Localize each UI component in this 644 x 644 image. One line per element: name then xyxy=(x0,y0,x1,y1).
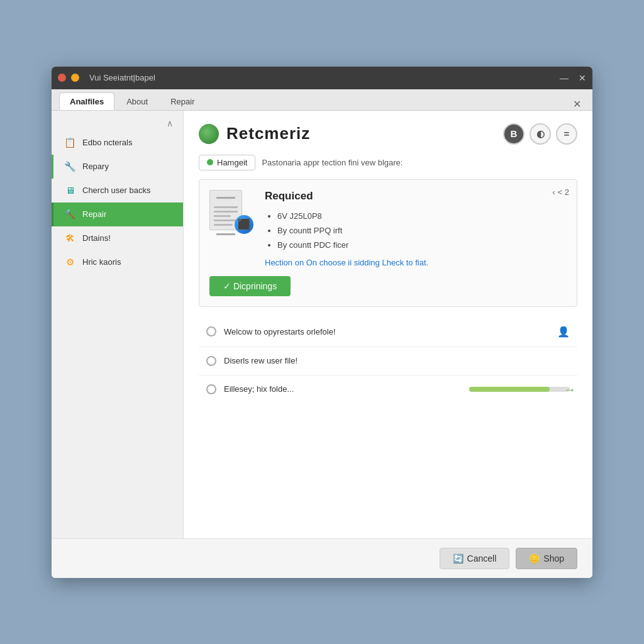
sidebar-item-cherch[interactable]: 🖥 Cherch user backs xyxy=(52,179,183,203)
sidebar-item-drtains[interactable]: 🛠 Drtains! xyxy=(52,226,183,250)
status-description: Pastonaria appr tection fini vew blgare: xyxy=(262,158,402,167)
tab-close-button[interactable]: ✕ xyxy=(569,98,585,110)
radio-item-1[interactable]: Diserls rew user file! xyxy=(199,347,577,375)
main-card: ‹ < 2 ⬛ xyxy=(199,179,577,307)
radio-circle-0[interactable] xyxy=(206,326,216,336)
list-item-1: By countt PPQ irft xyxy=(277,223,567,238)
cancel-label: Cancell xyxy=(467,553,497,564)
main-window: Vui Seeiatnt|bapel — ✕ Analfiles About R… xyxy=(52,67,592,578)
list-item-0: 6V J25L0P8 xyxy=(277,209,567,223)
sidebar-item-repair[interactable]: 🔨 Repair xyxy=(52,203,183,226)
panel-header: Retcmeriz B ◐ = xyxy=(199,123,577,145)
card-list: 6V J25L0P8 By countt PPQ irft By countt … xyxy=(265,209,567,253)
hric-icon: ⚙ xyxy=(64,256,76,269)
header-icon-menu[interactable]: = xyxy=(556,123,577,145)
sidebar-item-label-drtains: Drtains! xyxy=(82,233,111,243)
main-content: ∧ 📋 Edbo ncterals 🔧 Repary 🖥 Cherch user… xyxy=(52,111,592,538)
header-icon-b[interactable]: B xyxy=(503,123,525,145)
card-title: Requiced xyxy=(265,190,567,203)
shop-icon: 🪙 xyxy=(529,553,540,564)
status-bar: Hamgeit Pastonaria appr tection fini vew… xyxy=(199,155,577,170)
window-title: Vui Seeiatnt|bapel xyxy=(89,73,155,82)
status-badge-label: Hamgeit xyxy=(217,158,247,167)
card-share[interactable]: ‹ < 2 xyxy=(552,187,569,197)
titlebar: Vui Seeiatnt|bapel — ✕ xyxy=(52,67,592,89)
sidebar-item-label-cherch: Cherch user backs xyxy=(82,186,150,195)
minimize-button[interactable] xyxy=(71,74,79,82)
card-body: Requiced 6V J25L0P8 By countt PPQ irft B… xyxy=(265,190,567,267)
sidebar: ∧ 📋 Edbo ncterals 🔧 Repary 🖥 Cherch user… xyxy=(52,111,184,538)
card-inner: ⬛ Requiced 6V J25L0P8 By countt PPQ irft… xyxy=(209,190,567,267)
tab-about[interactable]: About xyxy=(116,92,158,110)
share-count: < 2 xyxy=(558,187,569,197)
edbo-icon: 📋 xyxy=(64,136,76,149)
card-link[interactable]: Hection on On choose ii sidding Lheck to… xyxy=(265,258,567,267)
cancel-button[interactable]: 🔄 Cancell xyxy=(440,548,510,569)
repary-icon: 🔧 xyxy=(64,160,76,173)
bottom-bar: 🔄 Cancell 🪙 Shop xyxy=(52,538,592,578)
sidebar-item-repary[interactable]: 🔧 Repary xyxy=(52,155,183,179)
status-badge[interactable]: Hamgeit xyxy=(199,155,255,170)
tab-repair[interactable]: Repair xyxy=(160,92,205,110)
progress-bar-container: → xyxy=(469,387,570,392)
panel-header-icons: B ◐ = xyxy=(503,123,577,145)
card-thumbnail: ⬛ xyxy=(209,190,255,235)
tab-analfiles[interactable]: Analfiles xyxy=(59,92,114,110)
cancel-icon: 🔄 xyxy=(453,553,464,564)
window-close-btn[interactable]: ✕ xyxy=(579,73,586,83)
shop-label: Shop xyxy=(543,553,564,564)
card-action: ✓ Dicprinings xyxy=(209,276,567,296)
progress-bar-fill xyxy=(469,387,550,392)
sidebar-item-edbo[interactable]: 📋 Edbo ncterals xyxy=(52,131,183,155)
header-icon-half[interactable]: ◐ xyxy=(530,123,551,145)
radio-circle-2[interactable] xyxy=(206,384,216,394)
sidebar-item-hric[interactable]: ⚙ Hric kaoris xyxy=(52,250,183,274)
sidebar-chevron: ∧ xyxy=(52,116,183,131)
panel-title: Retcmeriz xyxy=(226,124,310,143)
radio-label-1: Diserls rew user file! xyxy=(224,356,570,365)
radio-label-2: Eillesey; hix folde... xyxy=(224,384,462,394)
shop-button[interactable]: 🪙 Shop xyxy=(516,548,577,569)
progress-arrow-icon: → xyxy=(564,382,576,396)
card-overlay-icon: ⬛ xyxy=(235,215,253,234)
sidebar-item-label-repary: Repary xyxy=(82,162,109,171)
sidebar-item-label-repair: Repair xyxy=(82,209,106,219)
status-dot xyxy=(207,159,213,165)
window-controls: — ✕ xyxy=(560,73,586,83)
share-icon: ‹ xyxy=(552,187,555,197)
sidebar-item-label-edbo: Edbo ncterals xyxy=(82,138,133,147)
radio-label-0: Welcow to opyrestarts orlefole! xyxy=(224,327,550,336)
sidebar-item-label-hric: Hric kaoris xyxy=(82,257,121,267)
tab-bar: Analfiles About Repair ✕ xyxy=(52,89,592,111)
repair-icon: 🔨 xyxy=(64,208,76,221)
drtains-icon: 🛠 xyxy=(64,232,76,245)
user-icon: 👤 xyxy=(557,326,570,338)
panel-logo xyxy=(199,124,219,144)
close-button[interactable] xyxy=(58,74,66,82)
radio-item-2[interactable]: Eillesey; hix folde... → xyxy=(199,375,577,403)
list-item-2: By countt PDC ficer xyxy=(277,238,567,252)
cherch-icon: 🖥 xyxy=(64,184,76,197)
window-minimize-btn[interactable]: — xyxy=(560,73,569,83)
radio-list: Welcow to opyrestarts orlefole! 👤 Diserl… xyxy=(199,317,577,403)
action-button[interactable]: ✓ Dicprinings xyxy=(209,276,291,296)
radio-item-0[interactable]: Welcow to opyrestarts orlefole! 👤 xyxy=(199,317,577,347)
panel: Retcmeriz B ◐ = Hamgeit Pastonaria appr … xyxy=(184,111,592,538)
radio-circle-1[interactable] xyxy=(206,356,216,366)
